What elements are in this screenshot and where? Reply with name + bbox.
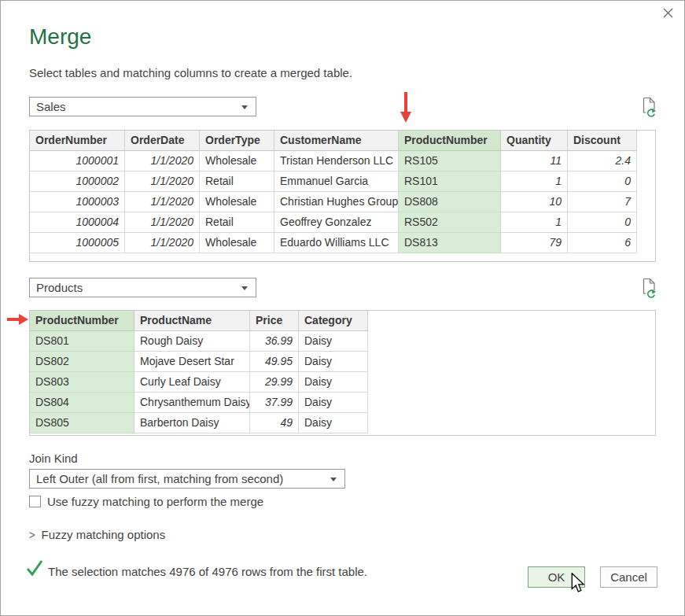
table-cell: Wholesale: [200, 233, 274, 253]
fuzzy-matching-checkbox[interactable]: [29, 496, 41, 507]
table-cell: 36.99: [250, 331, 299, 352]
ok-button-label: OK: [548, 570, 565, 584]
table-cell: Tristan Henderson LLC: [274, 151, 399, 172]
table-row: 10000011/1/2020WholesaleTristan Henderso…: [30, 151, 655, 172]
column-header-quantity[interactable]: Quantity: [501, 131, 568, 151]
table-cell: Daisy: [299, 393, 368, 413]
table-cell: 37.99: [250, 393, 299, 413]
table-cell: Daisy: [299, 331, 368, 352]
table-row: DS802Mojave Desert Star49.95Daisy: [30, 352, 655, 372]
document-refresh-icon: [640, 278, 657, 298]
ok-button[interactable]: OK: [528, 566, 585, 588]
table-cell: Emmanuel Garcia: [274, 172, 399, 192]
dialog-subtitle: Select tables and matching columns to cr…: [29, 66, 352, 79]
table-cell: Geoffrey Gonzalez: [274, 212, 399, 233]
second-table-dropdown-value: Products: [36, 281, 83, 294]
table-cell: DS804: [30, 393, 134, 413]
table-cell: 1/1/2020: [125, 151, 200, 172]
table-cell: Mojave Desert Star: [134, 352, 250, 372]
document-refresh-icon: [640, 97, 657, 117]
table-cell: Retail: [200, 212, 274, 233]
fuzzy-options-label: Fuzzy matching options: [42, 528, 166, 541]
fuzzy-options-expander[interactable]: > Fuzzy matching options: [29, 528, 165, 541]
fuzzy-matching-checkbox-row[interactable]: Use fuzzy matching to perform the merge: [29, 495, 263, 508]
column-header-productname[interactable]: ProductName: [134, 311, 250, 331]
chevron-down-icon: [241, 286, 248, 290]
table-cell: 1: [501, 172, 568, 192]
table-cell: Retail: [200, 172, 274, 192]
second-table-dropdown[interactable]: Products: [29, 278, 256, 297]
column-header-category[interactable]: Category: [299, 311, 368, 331]
table-row: DS801Rough Daisy36.99Daisy: [30, 331, 655, 352]
refresh-preview-button[interactable]: [640, 97, 657, 120]
table-cell: RS502: [399, 212, 501, 233]
chevron-down-icon: [241, 105, 248, 109]
table-cell: 1: [501, 212, 568, 233]
fuzzy-matching-checkbox-label: Use fuzzy matching to perform the merge: [47, 495, 263, 508]
table-cell: 6: [568, 233, 637, 253]
table-row: 10000041/1/2020RetailGeoffrey GonzalezRS…: [30, 212, 655, 233]
column-header-discount[interactable]: Discount: [568, 131, 637, 151]
table-cell: 1000003: [30, 192, 125, 212]
table-cell: DS803: [30, 372, 134, 393]
close-icon: [662, 7, 674, 22]
red-arrow-right: [6, 313, 29, 329]
table-cell: 1000001: [30, 151, 125, 172]
column-header-productnumber[interactable]: ProductNumber: [30, 311, 134, 331]
table-cell: Wholesale: [200, 151, 274, 172]
table-cell: 11: [501, 151, 568, 172]
table-cell: 1/1/2020: [125, 212, 200, 233]
table-cell: Barberton Daisy: [134, 413, 250, 433]
column-header-productnumber[interactable]: ProductNumber: [399, 131, 501, 151]
table-cell: RS105: [399, 151, 501, 172]
table-cell: 29.99: [250, 372, 299, 393]
chevron-down-icon: [330, 478, 337, 481]
table-cell: 79: [501, 233, 568, 253]
table-cell: Daisy: [299, 413, 368, 433]
table-cell: 10: [501, 192, 568, 212]
refresh-preview-button[interactable]: [640, 278, 657, 301]
table-cell: 1000005: [30, 233, 125, 253]
table-row: DS805Barberton Daisy49Daisy: [30, 413, 655, 433]
table-row: 10000021/1/2020RetailEmmanuel GarciaRS10…: [30, 172, 655, 192]
checkmark-icon: [25, 559, 44, 581]
table-row: DS804Chrysanthemum Daisy37.99Daisy: [30, 393, 655, 413]
table-cell: 1/1/2020: [125, 192, 200, 212]
table-cell: Rough Daisy: [134, 331, 250, 352]
table-cell: DS808: [399, 192, 501, 212]
column-header-ordertype[interactable]: OrderType: [200, 131, 274, 151]
column-header-customername[interactable]: CustomerName: [274, 131, 399, 151]
table-cell: RS101: [399, 172, 501, 192]
table-cell: Daisy: [299, 372, 368, 393]
table-cell: 1/1/2020: [125, 233, 200, 253]
column-header-ordernumber[interactable]: OrderNumber: [30, 131, 125, 151]
table-cell: 0: [568, 172, 637, 192]
first-table-dropdown-value: Sales: [36, 100, 66, 113]
cancel-button[interactable]: Cancel: [600, 566, 657, 588]
table-header-row: ProductNumberProductNamePriceCategory: [30, 311, 655, 331]
match-status-message: The selection matches 4976 of 4976 rows …: [48, 565, 367, 578]
table-row: DS803Curly Leaf Daisy29.99Daisy: [30, 372, 655, 393]
table-row: 10000031/1/2020WholesaleChristian Hughes…: [30, 192, 655, 212]
table-cell: 49: [250, 413, 299, 433]
table-cell: Christian Hughes Group: [274, 192, 399, 212]
close-button[interactable]: [659, 6, 676, 23]
table-cell: DS805: [30, 413, 134, 433]
table-cell: DS813: [399, 233, 501, 253]
products-preview-table: ProductNumberProductNamePriceCategoryDS8…: [29, 310, 656, 436]
sales-preview-table: OrderNumberOrderDateOrderTypeCustomerNam…: [29, 130, 656, 262]
column-header-orderdate[interactable]: OrderDate: [125, 131, 200, 151]
table-cell: Wholesale: [200, 192, 274, 212]
red-arrow-down: [400, 90, 412, 128]
table-cell: 1000004: [30, 212, 125, 233]
table-header-row: OrderNumberOrderDateOrderTypeCustomerNam…: [30, 131, 655, 151]
join-kind-value: Left Outer (all from first, matching fro…: [36, 472, 283, 485]
merge-dialog: Merge Select tables and matching columns…: [0, 0, 685, 616]
column-header-price[interactable]: Price: [250, 311, 299, 331]
table-cell: Curly Leaf Daisy: [134, 372, 250, 393]
table-cell: DS801: [30, 331, 134, 352]
join-kind-dropdown[interactable]: Left Outer (all from first, matching fro…: [29, 469, 345, 489]
table-cell: Daisy: [299, 352, 368, 372]
first-table-dropdown[interactable]: Sales: [29, 97, 256, 116]
table-cell: Chrysanthemum Daisy: [134, 393, 250, 413]
